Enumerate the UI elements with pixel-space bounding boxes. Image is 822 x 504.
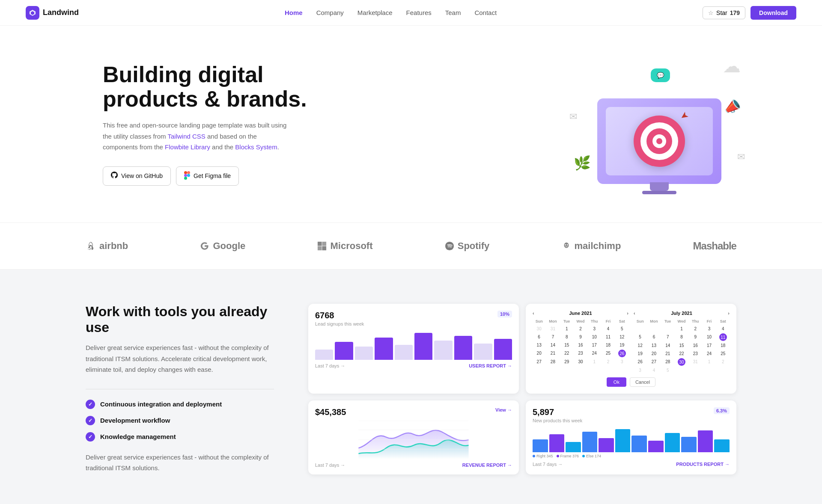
- cal-day[interactable]: 31: [546, 325, 559, 332]
- cal-day-today[interactable]: 11: [719, 333, 727, 341]
- cal-day[interactable]: 2: [717, 358, 730, 366]
- download-button[interactable]: Download: [751, 6, 796, 20]
- cal-day[interactable]: 15: [675, 342, 688, 349]
- card3-footer-label: Last 7 days →: [315, 462, 345, 468]
- cal-day[interactable]: 16: [574, 341, 587, 349]
- cal-day[interactable]: 27: [647, 358, 660, 366]
- card1-footer-link[interactable]: USERS REPORT →: [469, 363, 512, 368]
- july-next-btn[interactable]: ›: [728, 311, 730, 316]
- cal-day[interactable]: 1: [675, 325, 688, 332]
- cal-day[interactable]: 28: [546, 358, 559, 365]
- cal-day[interactable]: 14: [661, 342, 674, 349]
- cal-day[interactable]: 17: [703, 342, 715, 349]
- cal-day[interactable]: 6: [647, 333, 660, 341]
- airbnb-icon: [86, 241, 96, 251]
- nav-features[interactable]: Features: [406, 9, 432, 16]
- cal-day[interactable]: 3: [616, 358, 628, 365]
- cal-day[interactable]: 28: [661, 358, 674, 366]
- cal-day[interactable]: 25: [602, 350, 614, 357]
- cal-day[interactable]: 12: [634, 342, 646, 349]
- calendar-ok-button[interactable]: Ok: [607, 377, 626, 387]
- nav-company[interactable]: Company: [316, 9, 344, 16]
- cal-day[interactable]: 5: [616, 325, 628, 332]
- cal-day[interactable]: 26: [634, 358, 646, 366]
- github-button[interactable]: View on GitHub: [103, 166, 171, 186]
- july-prev-btn[interactable]: ‹: [634, 311, 635, 316]
- cal-day[interactable]: 2: [574, 325, 587, 332]
- cal-day[interactable]: 17: [588, 341, 601, 349]
- cal-day[interactable]: 9: [689, 333, 702, 341]
- cal-day[interactable]: 10: [703, 333, 715, 341]
- cal-day[interactable]: 2: [602, 358, 614, 365]
- cal-day[interactable]: 23: [574, 350, 587, 357]
- cal-day[interactable]: 2: [689, 325, 702, 332]
- cal-day[interactable]: 7: [661, 333, 674, 341]
- cal-day[interactable]: 8: [560, 333, 573, 341]
- cal-day[interactable]: 11: [602, 333, 614, 341]
- cal-day[interactable]: 13: [647, 342, 660, 349]
- cal-day[interactable]: 19: [616, 341, 628, 349]
- cal-day-selected[interactable]: 26: [618, 350, 626, 357]
- cal-day[interactable]: 30: [533, 325, 545, 332]
- calendar-cancel-button[interactable]: Cancel: [630, 377, 655, 387]
- cal-day[interactable]: 4: [717, 325, 730, 332]
- cal-day[interactable]: 27: [533, 358, 545, 365]
- cal-day[interactable]: 20: [647, 350, 660, 357]
- card3-footer-link[interactable]: REVENUE REPORT →: [462, 462, 512, 468]
- cal-day[interactable]: 20: [533, 350, 545, 357]
- card4-metric-area: 5,897 New products this week: [533, 407, 582, 423]
- cal-day[interactable]: 21: [661, 350, 674, 357]
- figma-button[interactable]: Get Figma file: [176, 166, 239, 186]
- cal-day[interactable]: 15: [560, 341, 573, 349]
- cal-day[interactable]: 3: [634, 367, 646, 374]
- nav-contact[interactable]: Contact: [474, 9, 497, 16]
- cal-day[interactable]: 4: [647, 367, 660, 374]
- cal-day[interactable]: 8: [675, 333, 688, 341]
- cal-day-selected2[interactable]: 30: [678, 358, 685, 366]
- cal-day[interactable]: 31: [689, 358, 702, 366]
- cal-day[interactable]: 22: [560, 350, 573, 357]
- cal-day[interactable]: 9: [574, 333, 587, 341]
- cal-day[interactable]: 18: [602, 341, 614, 349]
- cal-day[interactable]: 22: [675, 350, 688, 357]
- logo-link[interactable]: Landwind: [26, 6, 79, 20]
- cal-day[interactable]: 3: [588, 325, 601, 332]
- cal-day[interactable]: 7: [546, 333, 559, 341]
- card3-view-link[interactable]: View →: [495, 407, 512, 412]
- cal-day[interactable]: 1: [703, 358, 715, 366]
- cal-day[interactable]: 3: [703, 325, 715, 332]
- cal-day[interactable]: [634, 325, 646, 332]
- cal-day[interactable]: 10: [588, 333, 601, 341]
- nav-team[interactable]: Team: [445, 9, 461, 16]
- cal-day[interactable]: 21: [546, 350, 559, 357]
- cal-day[interactable]: 18: [717, 342, 730, 349]
- june-next-btn[interactable]: ›: [627, 311, 628, 316]
- cal-day[interactable]: 1: [588, 358, 601, 365]
- cal-day[interactable]: 12: [616, 333, 628, 341]
- cal-day[interactable]: 5: [661, 367, 674, 374]
- cal-day[interactable]: 14: [546, 341, 559, 349]
- nav-marketplace[interactable]: Marketplace: [357, 9, 393, 16]
- cal-day[interactable]: 29: [560, 358, 573, 365]
- cal-day[interactable]: [647, 325, 660, 332]
- card4-footer-link[interactable]: PRODUCTS REPORT →: [676, 462, 730, 467]
- cal-day[interactable]: 1: [560, 325, 573, 332]
- cal-day[interactable]: 19: [634, 350, 646, 357]
- cal-day[interactable]: [661, 325, 674, 332]
- cal-day[interactable]: 23: [689, 350, 702, 357]
- cal-day[interactable]: 24: [703, 350, 715, 357]
- star-button[interactable]: ☆ Star 179: [703, 6, 745, 19]
- cal-day[interactable]: 4: [602, 325, 614, 332]
- prev-month-btn[interactable]: ‹: [533, 311, 534, 316]
- cal-day[interactable]: 13: [533, 341, 545, 349]
- cal-day[interactable]: 24: [588, 350, 601, 357]
- cal-day[interactable]: 25: [717, 350, 730, 357]
- cal-day[interactable]: 6: [533, 333, 545, 341]
- spotify-label: Spotify: [458, 240, 490, 252]
- target-ring1: [640, 122, 678, 160]
- main-nav: Home Company Marketplace Features Team C…: [285, 9, 497, 16]
- cal-day[interactable]: 30: [574, 358, 587, 365]
- nav-home[interactable]: Home: [285, 9, 303, 16]
- cal-day[interactable]: 5: [634, 333, 646, 341]
- cal-day[interactable]: 16: [689, 342, 702, 349]
